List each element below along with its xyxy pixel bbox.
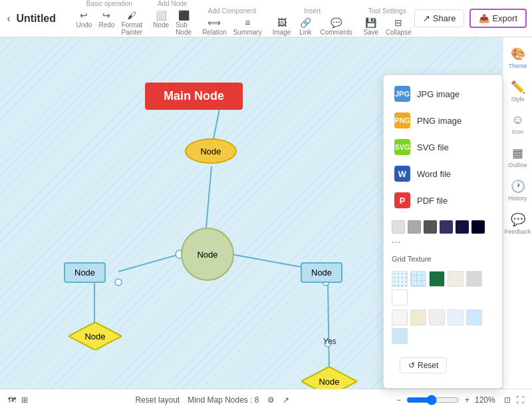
texture-blue[interactable] [466,309,482,325]
swatch-dark-navy[interactable] [456,220,469,234]
sidebar-item-outline[interactable]: ▦ Outline [505,142,531,172]
save-button[interactable]: 💾Save [360,16,382,37]
svg-icon: SVG [394,139,410,155]
sidebar-item-icon[interactable]: ☺ Icon [505,109,531,139]
group-label-insert: Insert [304,7,321,15]
comments-button[interactable]: 💬Comments [317,16,354,37]
main-node[interactable]: Main Node [145,83,243,110]
bottom-center: Reset layout Mind Map Nodes : 8 ⚙ ↗ [36,395,388,405]
back-button[interactable]: ‹ [5,11,12,27]
icon-icon: ☺ [511,113,523,127]
node-button[interactable]: ⬜Node [150,9,172,37]
format-painter-button[interactable]: 🖌Format Painter [118,9,145,37]
swatch-gray[interactable] [408,220,421,234]
texture-white2[interactable] [429,309,445,325]
group-items-addnode: ⬜Node ⬛Sub Node [150,9,194,37]
node-diamond-right[interactable]: Node [301,367,357,389]
zoom-out-button[interactable]: − [396,395,401,405]
zoom-slider[interactable] [406,395,460,405]
undo-button[interactable]: ↩Undo [73,9,94,37]
sub-node-button[interactable]: ⬛Sub Node [173,9,194,37]
group-items-component: ⟺Relation ≡Summary [200,16,265,37]
group-label-addnode: Add Node [158,0,187,7]
node-diamond-left[interactable]: Node [68,322,122,350]
word-icon: W [394,166,410,182]
texture-light-gray[interactable] [392,309,408,325]
image-button[interactable]: 🖼Image [270,16,294,37]
settings-icon[interactable]: ⚙ [267,395,275,405]
reset-layout-button[interactable]: Reset layout [135,395,180,405]
fit-screen-button[interactable]: ⊡ [504,395,511,405]
texture-sky[interactable] [392,328,408,344]
swatch-dark-gray[interactable] [424,220,437,234]
node-circle-label: Node [197,250,217,260]
swatch-more-button[interactable]: ··· [392,236,400,248]
texture-grid-light[interactable] [410,271,426,287]
texture-gray[interactable] [466,271,482,287]
image-label: Image [273,29,291,36]
outline-label: Outline [508,162,527,168]
share-label: Share [433,13,456,23]
toolbar: ‹ Untitled Basic operation ↩Undo ↪Redo 🖌… [0,0,532,37]
comments-label: Comments [320,29,352,36]
sidebar-item-style[interactable]: ✏️ Style [505,76,531,106]
export-icon: 📤 [479,13,489,23]
summary-button[interactable]: ≡Summary [231,16,265,37]
redo-button[interactable]: ↪Redo [96,9,117,37]
share-button[interactable]: ↗ Share [414,9,465,27]
jpg-icon: JPG [394,86,410,102]
export-button[interactable]: 📤 Export [469,9,527,28]
export-jpg-item[interactable]: JPG JPG image [384,81,502,107]
history-label: History [508,195,527,202]
redo-label: Redo [99,21,115,29]
sub-node-icon: ⬛ [178,10,190,21]
toolbar-right: ↗ Share 📤 Export [414,9,527,28]
collapse-button[interactable]: ⊟Collapse [383,16,414,37]
node-rect-left[interactable]: Node [64,262,106,283]
group-items-insert: 🖼Image 🔗Link 💬Comments [270,16,355,37]
swatch-darkest[interactable] [471,220,485,234]
node-rect-left-label: Node [74,268,95,278]
node-oval[interactable]: Node [185,138,237,164]
group-label-component: Add Component [208,7,256,15]
export-svg-item[interactable]: SVG SVG file [384,134,502,160]
export-png-item[interactable]: PNG PNG image [384,107,502,134]
sidebar-item-theme[interactable]: 🎨 Theme [505,43,531,73]
texture-tan[interactable] [410,309,426,325]
export-pdf-item[interactable]: P PDF file [384,187,502,214]
map-icon[interactable]: 🗺 [8,395,16,405]
reset-label: Reset [418,361,438,370]
save-label: Save [363,29,378,36]
yes-label: Yes [323,337,336,346]
texture-green[interactable] [429,271,445,287]
grid-icon[interactable]: ⊞ [21,395,28,405]
node-circle[interactable]: Node [181,228,234,281]
svg-line-2 [118,254,180,272]
sidebar-item-feedback[interactable]: 💬 Feedback [505,208,531,239]
swatch-navy[interactable] [440,220,453,234]
swatch-light[interactable] [392,220,405,234]
reset-button[interactable]: ↺ Reset [400,357,447,373]
texture-cream[interactable] [448,271,464,287]
grid-texture-label: Grid Texture [384,252,502,264]
svg-line-1 [206,166,211,228]
node-rect-right[interactable]: Node [301,262,342,283]
bottom-bar: 🗺 ⊞ Reset layout Mind Map Nodes : 8 ⚙ ↗ … [0,389,532,410]
texture-blue-light[interactable] [448,309,464,325]
bottom-left: 🗺 ⊞ [8,395,28,405]
texture-dots-light[interactable] [392,271,408,287]
group-items-tools: 💾Save ⊟Collapse [360,16,414,37]
zoom-in-button[interactable]: + [465,395,469,405]
pdf-label: PDF file [417,196,448,206]
fullscreen-button[interactable]: ⛶ [516,395,524,405]
swatch-row: ··· [392,220,494,248]
undo-label: Undo [76,21,92,29]
texture-white[interactable] [392,290,408,306]
sidebar-item-history[interactable]: 🕐 History [505,175,531,206]
share-icon-bottom[interactable]: ↗ [283,395,289,405]
export-word-item[interactable]: W Word file [384,160,502,187]
link-button[interactable]: 🔗Link [295,16,316,37]
relation-button[interactable]: ⟺Relation [200,16,229,37]
color-swatches-section: ··· [384,214,502,252]
main-node-label: Main Node [164,89,224,102]
